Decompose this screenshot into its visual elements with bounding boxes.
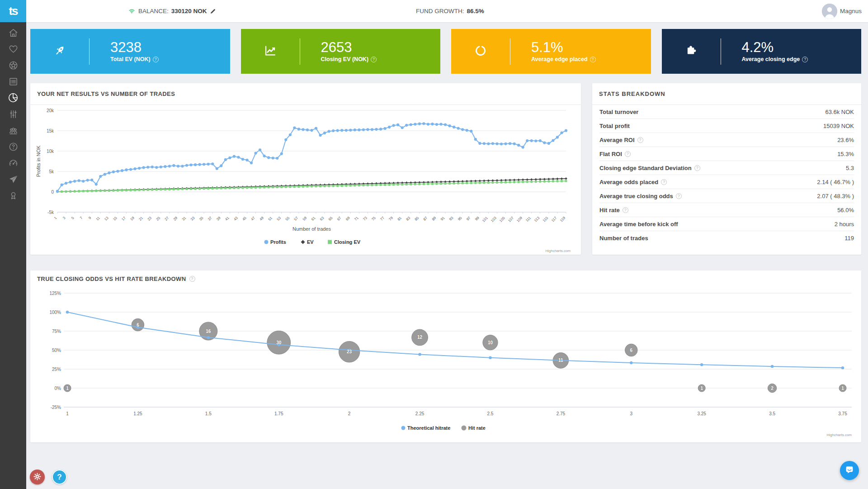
svg-text:11: 11 [95,216,101,222]
stats-row-average-true-closing-odds: Average true closing odds?2.07 ( 48.3% ) [599,189,854,203]
stat-value: 15.3% [837,151,854,157]
svg-text:35: 35 [198,216,204,222]
stats-breakdown-panel: STATS BREAKDOWN Total turnover63.6k NOKT… [592,83,861,255]
list-icon [8,76,19,89]
chat-messenger-button[interactable] [840,461,859,480]
sidebar-item-people[interactable] [0,123,26,139]
sidebar-item-heart[interactable] [0,42,26,58]
svg-text:77: 77 [379,216,385,222]
stats-breakdown-title: STATS BREAKDOWN [599,90,665,97]
stats-row-closing-edge-standard-deviation: Closing edge Standard Deviation?5.3 [599,161,854,175]
sidebar-item-football[interactable] [0,58,26,74]
svg-text:105: 105 [499,216,506,223]
info-icon[interactable]: ? [802,57,808,62]
balance-group: BALANCE: 330120 NOK [128,0,216,22]
info-icon[interactable]: ? [153,57,159,62]
stat-label: Number of trades [599,235,648,242]
info-icon[interactable]: ? [590,57,596,62]
info-icon[interactable]: ? [661,179,667,185]
stat-value: 2.14 ( 46.7% ) [817,179,854,185]
svg-text:0%: 0% [55,386,61,391]
svg-text:87: 87 [423,216,429,222]
sidebar-item-pie-chart[interactable] [0,90,26,107]
svg-text:73: 73 [362,216,368,222]
svg-text:89: 89 [431,216,437,222]
svg-text:Hit rate: Hit rate [468,425,486,431]
bubble-count-label: 30 [276,340,282,345]
svg-text:3.25: 3.25 [697,411,706,416]
stat-label: Average ROI [599,137,635,143]
legend-item-theoretical-hitrate[interactable]: Theoretical hitrate [401,425,451,431]
app-logo[interactable]: ts [0,0,26,22]
settings-button[interactable] [30,470,45,484]
sidebar-item-help-circle[interactable] [0,139,26,156]
question-mark-icon: ? [57,473,61,482]
bubble-count-label: 10 [488,340,493,345]
svg-text:55: 55 [285,216,291,222]
gauge-icon [8,158,19,170]
stat-value: 15039 NOK [823,123,854,129]
sidebar-item-award[interactable] [0,188,26,204]
svg-text:17: 17 [121,216,127,222]
svg-text:85: 85 [414,216,420,222]
svg-text:10k: 10k [47,149,54,154]
svg-text:83: 83 [406,216,411,222]
svg-text:31: 31 [181,216,187,222]
legend-item-ev[interactable]: EV [301,239,314,245]
svg-text:1: 1 [53,216,58,220]
odds-hitrate-title: TRUE CLOSING ODDS VS HIT RATE BREAKDOWN [37,275,186,282]
avatar[interactable] [822,4,837,19]
sidebar-item-home[interactable] [0,25,26,42]
sidebar-item-sliders[interactable] [0,107,26,123]
edit-balance-icon[interactable] [210,8,216,14]
sidebar-item-gauge[interactable] [0,156,26,172]
legend-item-profits[interactable]: Profits [264,239,286,245]
sidebar-item-list[interactable] [0,74,26,90]
stat-value: 119 [844,235,854,242]
svg-text:33: 33 [190,216,196,222]
svg-text:75%: 75% [52,329,61,334]
info-icon[interactable]: ? [676,193,682,199]
info-icon[interactable]: ? [623,207,628,213]
svg-text:5k: 5k [49,169,54,174]
svg-text:2.25: 2.25 [415,411,425,416]
svg-text:Profits: Profits [270,239,286,245]
info-icon[interactable]: ? [625,151,631,157]
net-results-chart[interactable]: 20k15k10k5k0-5k1357911131517192123252729… [30,105,581,255]
odds-hitrate-chart[interactable]: 125%100%75%50%25%0%-25%11.251.51.7522.25… [30,287,861,441]
svg-text:117: 117 [551,216,558,223]
stat-label: Average odds placed [599,179,658,185]
svg-text:19: 19 [129,216,135,222]
bubble-count-label: 2 [771,386,774,391]
info-icon[interactable]: ? [637,137,643,143]
svg-text:79: 79 [388,216,394,222]
stats-row-average-roi: Average ROI?23.6% [599,133,854,147]
svg-text:45: 45 [241,216,247,222]
svg-text:3.75: 3.75 [838,411,847,416]
highcharts-credit[interactable]: Highcharts.com [826,433,852,437]
svg-text:37: 37 [207,216,213,222]
svg-text:107: 107 [507,216,514,223]
stats-row-hit-rate: Hit rate?56.0% [599,203,854,217]
stats-rows: Total turnover63.6k NOKTotal profit15039… [592,105,861,245]
sidebar-item-paper-plane[interactable] [0,172,26,188]
svg-text:97: 97 [466,216,472,222]
balance-value: 330120 NOK [171,8,207,14]
help-button[interactable]: ? [52,470,67,484]
svg-text:109: 109 [516,216,523,223]
user-menu[interactable]: Magnus [822,0,862,22]
svg-text:3: 3 [630,411,632,416]
results-legend[interactable]: ProfitsEVClosing EV [264,239,361,245]
kpi-card-average-edge-placed: 5.1%Average edge placed? [451,29,651,74]
info-icon[interactable]: ? [371,57,377,62]
balance-label: BALANCE: [138,8,169,14]
stat-value: 5.3 [846,165,854,171]
odds-hitrate-info-icon[interactable]: ? [189,276,195,282]
legend-item-hit-rate[interactable]: Hit rate [462,425,486,431]
highcharts-credit[interactable]: Highcharts.com [545,249,571,253]
svg-text:63: 63 [319,216,325,222]
stats-row-total-turnover: Total turnover63.6k NOK [599,105,854,119]
info-icon[interactable]: ? [694,165,700,171]
legend-item-closing-ev[interactable]: Closing EV [328,239,361,245]
kpi-label: Average edge placed [531,56,588,62]
